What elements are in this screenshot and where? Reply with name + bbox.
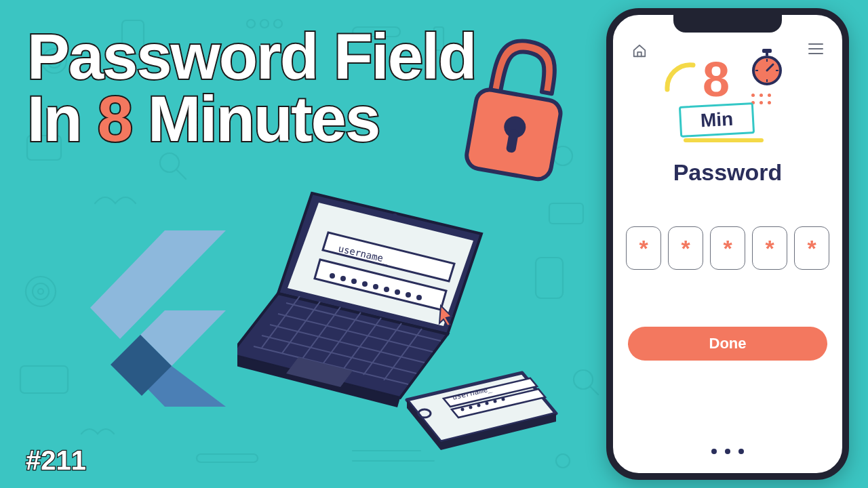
svg-point-40 (416, 295, 422, 300)
miniphone-illustration: username_ (387, 366, 570, 474)
badge-underline (684, 138, 764, 142)
svg-point-64 (461, 408, 465, 411)
home-icon[interactable] (632, 43, 647, 61)
badge-number: 8 (703, 52, 730, 107)
title-line-1: Password Field (27, 26, 476, 88)
svg-point-33 (340, 276, 346, 281)
episode-number: #211 (26, 445, 86, 476)
svg-point-68 (494, 400, 497, 403)
stopwatch-icon (750, 49, 784, 88)
svg-point-39 (406, 292, 411, 298)
svg-rect-11 (20, 366, 68, 393)
done-button[interactable]: Done (628, 327, 827, 361)
svg-rect-17 (549, 203, 583, 224)
pin-box[interactable]: * (668, 226, 703, 270)
pin-row: * * * * * (613, 226, 842, 270)
svg-point-66 (477, 404, 481, 407)
password-title: Password (613, 159, 842, 186)
svg-point-38 (395, 289, 400, 295)
svg-point-67 (486, 402, 489, 405)
pin-box[interactable]: * (794, 226, 829, 270)
title-accent: 8 (98, 83, 132, 155)
svg-rect-13 (197, 454, 258, 462)
flutter-logo-icon (85, 230, 227, 407)
svg-point-15 (574, 370, 593, 389)
svg-point-34 (351, 279, 357, 284)
menu-icon[interactable] (808, 43, 823, 61)
svg-point-37 (384, 287, 389, 292)
phone-mockup: 8 Min Password * * * * * Done (606, 8, 849, 480)
pin-box[interactable]: * (752, 226, 787, 270)
main-title: Password Field In 8 Minutes (27, 26, 476, 150)
svg-point-35 (362, 281, 368, 287)
svg-point-69 (502, 398, 505, 401)
pin-box[interactable]: * (626, 226, 661, 270)
eight-min-badge: 8 Min (663, 49, 792, 147)
pin-box[interactable]: * (710, 226, 745, 270)
svg-point-65 (469, 406, 473, 409)
svg-point-36 (373, 284, 378, 289)
badge-min-label: Min (700, 108, 734, 131)
title-line-2: In 8 Minutes (27, 88, 476, 150)
svg-rect-71 (766, 52, 768, 56)
badge-dots (751, 94, 772, 104)
svg-point-8 (26, 277, 56, 306)
svg-point-10 (38, 289, 43, 294)
swish-icon (660, 58, 701, 99)
badge-min-box: Min (679, 102, 755, 138)
svg-point-9 (33, 283, 49, 300)
svg-point-12 (160, 153, 179, 172)
svg-point-29 (392, 214, 397, 219)
phone-notch (673, 14, 782, 33)
page-indicator (711, 449, 744, 454)
svg-point-32 (330, 273, 335, 279)
svg-rect-16 (536, 258, 563, 298)
